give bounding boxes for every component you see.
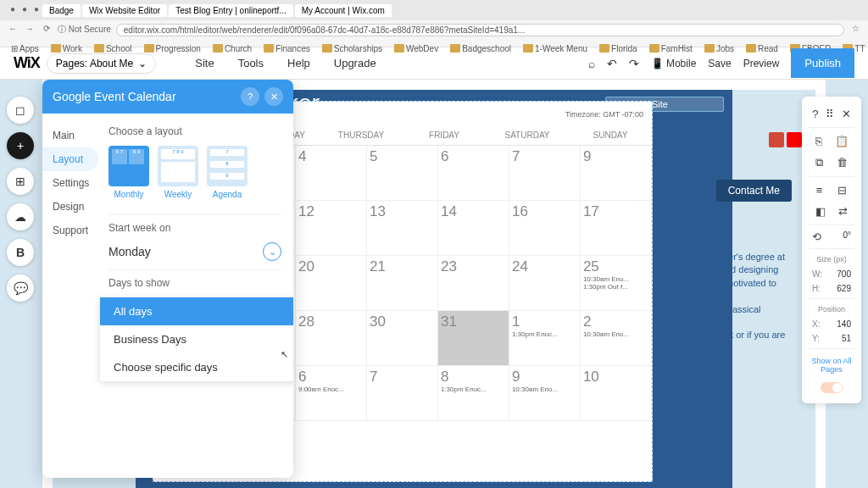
undo-icon[interactable]: ↶ <box>607 57 617 70</box>
dropdown-option-specific-days[interactable]: Choose specific days <box>100 353 293 381</box>
arrange-icon[interactable]: ◧ <box>815 205 826 218</box>
add-section-button[interactable]: ◻ <box>7 97 34 124</box>
calendar-cell[interactable]: 9 <box>581 146 652 201</box>
panel-nav-design[interactable]: Design <box>42 195 103 219</box>
calendar-cell[interactable]: 17 <box>581 201 652 256</box>
bookmark-folder[interactable]: 1-Week Menu <box>519 43 592 54</box>
mac-close[interactable]: ● <box>7 4 19 16</box>
reload-icon[interactable]: ⟳ <box>41 24 53 36</box>
y-value[interactable]: 51 <box>842 334 851 343</box>
dropdown-option-all-days[interactable]: All days <box>100 297 293 325</box>
panel-nav-settings[interactable]: Settings <box>42 171 103 195</box>
mac-min[interactable]: ● <box>19 4 31 16</box>
panel-nav-support[interactable]: Support <box>42 219 103 242</box>
rotate-icon[interactable]: ⟲ <box>812 230 821 243</box>
calendar-cell[interactable]: 14 <box>438 201 509 256</box>
menu-tools[interactable]: Tools <box>230 53 272 73</box>
star-icon[interactable]: ☆ <box>849 24 861 36</box>
contact-button[interactable]: Contact Me <box>716 180 792 202</box>
mac-max[interactable]: ● <box>31 4 42 16</box>
bookmark-folder[interactable]: Finances <box>259 43 314 54</box>
bookmark-folder[interactable]: Progression <box>140 43 205 54</box>
calendar-cell[interactable]: 4 <box>296 146 367 201</box>
calendar-cell[interactable]: 10 <box>581 366 652 421</box>
calendar-cell[interactable]: 28 <box>296 311 367 366</box>
panel-nav-main[interactable]: Main <box>42 124 103 147</box>
calendar-cell[interactable]: 7 <box>509 146 581 201</box>
layout-weekly[interactable]: 7 8 9 Weekly <box>158 146 198 199</box>
help-icon[interactable]: ? <box>812 108 818 120</box>
calendar-cell[interactable]: 2510:30am Eno...1:30pm Out f... <box>581 256 652 311</box>
x-value[interactable]: 140 <box>837 319 851 329</box>
calendar-cell[interactable]: 24 <box>509 256 581 311</box>
calendar-cell[interactable]: 13 <box>367 201 438 256</box>
paste-icon[interactable]: 📋 <box>835 135 849 147</box>
pages-dropdown[interactable]: Pages: About Me ⌄ <box>47 53 156 74</box>
add-element-button[interactable]: + <box>7 132 34 159</box>
panel-nav-layout[interactable]: Layout <box>42 147 98 171</box>
bookmark-folder[interactable]: Scholarships <box>318 43 387 54</box>
browser-tab[interactable]: My Account | Wix.com <box>295 4 392 17</box>
browser-tab[interactable]: Test Blog Entry | onlineportf... <box>169 4 292 17</box>
copy-icon[interactable]: ⎘ <box>815 135 822 147</box>
align-icon[interactable]: ≡ <box>816 184 823 197</box>
calendar-cell[interactable]: 910:30am Eno... <box>509 366 581 421</box>
bookmark-folder[interactable]: Church <box>209 43 256 54</box>
uploads-button[interactable]: ☁ <box>7 203 34 230</box>
flip-icon[interactable]: ⇄ <box>838 205 848 218</box>
bookmark-folder[interactable]: School <box>90 43 136 54</box>
calendar-cell[interactable]: 20 <box>296 256 367 311</box>
forward-icon[interactable]: → <box>24 24 36 36</box>
calendar-cell[interactable]: 31 <box>438 311 509 366</box>
redo-icon[interactable]: ↷ <box>629 57 639 70</box>
browser-tab[interactable]: Badge <box>42 4 81 17</box>
calendar-cell[interactable]: 16 <box>509 201 581 256</box>
menu-upgrade[interactable]: Upgrade <box>326 53 385 73</box>
panel-close-icon[interactable]: ✕ <box>264 87 283 106</box>
layout-agenda[interactable]: 789 Agenda <box>207 146 248 199</box>
calendar-cell[interactable]: 210:30am Eno... <box>581 311 652 366</box>
drag-icon[interactable]: ⠿ <box>826 108 834 120</box>
google-plus-icon[interactable] <box>769 132 784 147</box>
preview-button[interactable]: Preview <box>743 58 780 69</box>
menu-help[interactable]: Help <box>279 53 319 73</box>
calendar-cell[interactable]: 6 <box>438 146 509 201</box>
app-market-button[interactable]: ⊞ <box>7 168 34 195</box>
calendar-cell[interactable]: 7 <box>367 366 438 421</box>
back-icon[interactable]: ← <box>7 24 19 36</box>
calendar-cell[interactable]: 21 <box>367 256 438 311</box>
youtube-icon[interactable] <box>787 132 802 147</box>
calendar-cell[interactable]: 30 <box>367 311 438 366</box>
chat-button[interactable]: 💬 <box>7 274 34 302</box>
layout-monthly[interactable]: 6 78 9 Monthly <box>108 146 149 199</box>
bookings-button[interactable]: B <box>7 239 34 266</box>
calendar-cell[interactable]: 12 <box>296 201 367 256</box>
bookmark-folder[interactable]: Work <box>47 43 86 54</box>
close-icon[interactable]: ✕ <box>842 108 851 120</box>
calendar-cell[interactable]: 5 <box>367 146 438 201</box>
mobile-button[interactable]: 📱 Mobile <box>651 58 697 69</box>
bookmark-folder[interactable]: WebDev <box>390 43 442 54</box>
duplicate-icon[interactable]: ⧉ <box>815 156 823 169</box>
delete-icon[interactable]: 🗑 <box>837 156 848 169</box>
calendar-cell[interactable]: 69:00am Enoc... <box>296 366 367 421</box>
width-value[interactable]: 700 <box>837 269 851 279</box>
address-bar[interactable]: editor.wix.com/html/editor/web/renderer/… <box>116 24 844 36</box>
start-week-dropdown[interactable]: Monday ⌄ <box>108 242 281 261</box>
dropdown-option-business-days[interactable]: Business Days↖ <box>100 325 293 353</box>
publish-button[interactable]: Publish <box>791 48 854 78</box>
bookmark-folder[interactable]: Badgeschool <box>446 43 515 54</box>
height-value[interactable]: 629 <box>837 284 851 293</box>
calendar-cell[interactable]: 81:30pm Enoc... <box>438 366 509 421</box>
calendar-cell[interactable]: 23 <box>438 256 509 311</box>
wix-logo[interactable]: WiX <box>14 54 40 72</box>
show-on-all-pages[interactable]: Show on All Pages <box>809 352 854 379</box>
show-all-toggle[interactable] <box>821 382 843 393</box>
search-icon[interactable]: ⌕ <box>588 57 595 70</box>
save-button[interactable]: Save <box>708 58 731 69</box>
browser-tab[interactable]: Wix Website Editor <box>82 4 167 17</box>
menu-site[interactable]: Site <box>186 53 222 73</box>
calendar-cell[interactable]: 11:30pm Enoc... <box>509 311 581 366</box>
distribute-icon[interactable]: ⊟ <box>837 184 847 197</box>
apps-button[interactable]: ⊞ Apps <box>7 43 43 54</box>
